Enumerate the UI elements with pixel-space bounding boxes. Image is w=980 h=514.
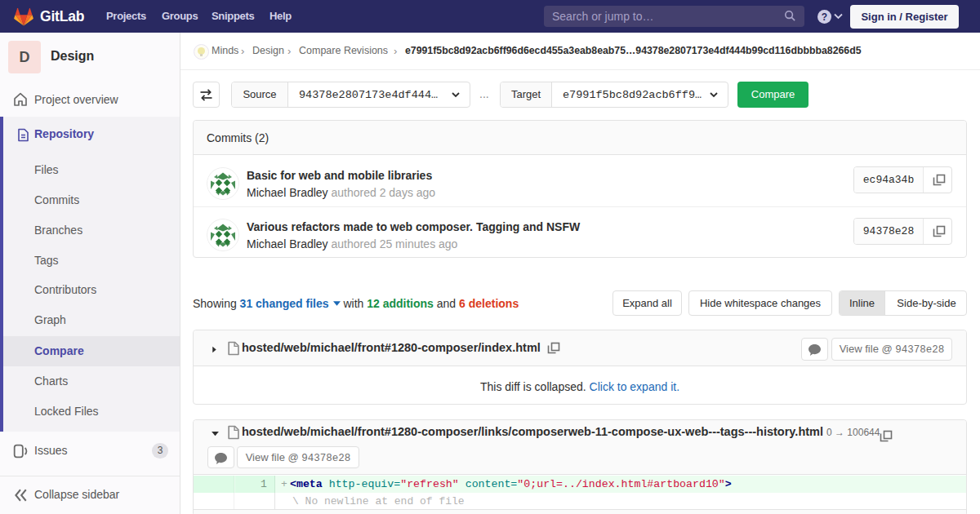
svg-text:?: ? <box>822 11 827 23</box>
